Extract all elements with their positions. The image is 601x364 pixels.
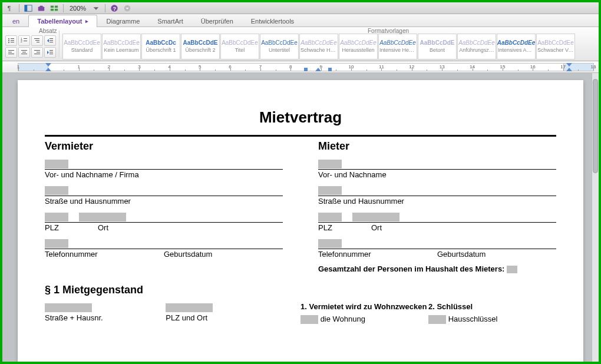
indent-marker-icon[interactable] xyxy=(566,63,572,67)
style-tile[interactable]: AaBbCcDdEeSchwache Her… xyxy=(299,34,338,59)
svg-text:?: ? xyxy=(113,5,116,11)
style-name: Schwache Her… xyxy=(300,47,337,53)
decrease-indent-button[interactable] xyxy=(44,35,56,46)
app-window: ¶ 200% ? en Tabellenlayout Diagramme Sma… xyxy=(2,2,599,362)
ribbon-group-label-formatvorlagen: Formatvorlagen xyxy=(368,28,409,34)
indent-marker-icon[interactable] xyxy=(566,68,572,71)
qat-sidebar-left-icon[interactable] xyxy=(23,4,34,13)
svg-rect-38 xyxy=(49,52,53,52)
svg-rect-22 xyxy=(34,38,39,39)
indent-marker-icon[interactable] xyxy=(45,68,51,71)
placeholder-field[interactable] xyxy=(300,315,318,324)
qat-gallery-icon[interactable] xyxy=(49,4,60,13)
placeholder-field[interactable] xyxy=(45,186,68,195)
placeholder-field[interactable] xyxy=(45,213,68,221)
qat-toolbox-icon[interactable] xyxy=(36,4,47,13)
placeholder-field[interactable] xyxy=(318,239,342,248)
tab-en[interactable]: en xyxy=(4,15,28,27)
label-rented-for: 1. Vermietet wird zu Wohnzwecken xyxy=(300,302,427,311)
style-sample: AaBbCcDdEe xyxy=(103,39,140,46)
label-street: Straße und Hausnummer xyxy=(45,197,131,206)
style-sample: AaBbCcDdEe xyxy=(537,39,574,46)
indent-marker-icon[interactable] xyxy=(315,68,321,71)
tab-diagramme[interactable]: Diagramme xyxy=(97,15,148,27)
style-name: Betont xyxy=(430,47,445,53)
qat-paragraph-marks-icon[interactable]: ¶ xyxy=(5,4,15,13)
vertical-scrollbar[interactable] xyxy=(592,73,599,362)
style-tile[interactable]: AaBbCcDdEeStandard xyxy=(62,34,101,59)
svg-rect-3 xyxy=(38,6,45,11)
svg-rect-36 xyxy=(34,54,40,54)
placeholder-field[interactable] xyxy=(45,239,68,248)
svg-rect-33 xyxy=(21,54,27,54)
tab-ueberpruefen[interactable]: Überprüfen xyxy=(192,15,242,27)
ribbon: Absatz Formatvorlagen 12 AaBbCcDdEeStand… xyxy=(2,27,599,61)
label-plz: PLZ xyxy=(45,223,98,232)
style-sample: AaBbCcDdEe xyxy=(340,39,377,46)
svg-rect-29 xyxy=(8,52,12,52)
style-tile[interactable]: AaBbCcDcÜberschrift 1 xyxy=(141,34,180,59)
help-icon[interactable]: ? xyxy=(109,4,120,13)
style-name: Herausstellen xyxy=(342,47,374,53)
style-sample: AaBbCcDc xyxy=(146,39,176,46)
placeholder-field[interactable] xyxy=(428,315,446,324)
tab-entwicklertools[interactable]: Entwicklertools xyxy=(242,15,303,27)
align-center-button[interactable] xyxy=(18,47,30,58)
svg-rect-32 xyxy=(22,52,26,52)
placeholder-field[interactable] xyxy=(45,160,68,168)
document-page[interactable]: Mietvertrag Vermieter Vor- und Nachname … xyxy=(18,80,583,362)
style-tile[interactable]: AaBbCcDdEeUntertitel xyxy=(260,34,299,59)
horizontal-ruler[interactable]: 1123456789101112131415161718 xyxy=(2,61,599,73)
zoom-dropdown-icon[interactable] xyxy=(91,4,101,13)
svg-rect-25 xyxy=(49,38,53,39)
qat-more-icon[interactable] xyxy=(122,4,133,13)
scrollbar-thumb[interactable] xyxy=(593,79,598,173)
style-tile[interactable]: AaBbCcDdEeTitel xyxy=(220,34,259,59)
svg-rect-15 xyxy=(11,40,14,41)
column-vermieter: Vermieter Vor- und Nachname / Firma Stra… xyxy=(45,140,283,273)
placeholder-field[interactable] xyxy=(79,213,126,221)
svg-rect-27 xyxy=(49,42,53,42)
ribbon-tabs: en Tabellenlayout Diagramme SmartArt Übe… xyxy=(2,14,599,27)
bullets-button[interactable] xyxy=(5,35,17,46)
placeholder-field[interactable] xyxy=(318,186,342,195)
svg-text:¶: ¶ xyxy=(8,4,11,11)
placeholder-field[interactable] xyxy=(318,160,342,168)
style-tile[interactable]: AaBbCcDdEBetont xyxy=(418,34,457,59)
style-tile[interactable]: AaBbCcDdEeIntensive Her… xyxy=(378,34,417,59)
placeholder-field[interactable] xyxy=(318,213,342,221)
style-name: Titel xyxy=(235,47,245,53)
indent-marker-icon[interactable] xyxy=(45,63,51,67)
style-tile[interactable]: AaBbCcDdEÜberschrift 2 xyxy=(181,34,220,59)
tab-smartart[interactable]: SmartArt xyxy=(148,15,191,27)
svg-text:2: 2 xyxy=(21,39,22,43)
style-tile[interactable]: AaBbCcDdEeKein Leerraum xyxy=(102,34,141,59)
svg-rect-34 xyxy=(34,50,40,51)
style-tile[interactable]: AaBbCcDdEeHerausstellen xyxy=(339,34,378,59)
tab-tabellenlayout[interactable]: Tabellenlayout xyxy=(28,15,97,27)
numbering-button[interactable]: 12 xyxy=(18,35,30,46)
align-left-button[interactable] xyxy=(5,47,17,58)
tab-stop-icon[interactable] xyxy=(328,68,332,71)
label-keys: Hausschlüssel xyxy=(448,315,498,323)
placeholder-field[interactable] xyxy=(352,213,399,221)
style-tile[interactable]: AaBbCcDdEeSchwacher Ve… xyxy=(536,34,575,59)
svg-rect-23 xyxy=(35,40,39,41)
placeholder-field[interactable] xyxy=(45,303,92,312)
svg-rect-21 xyxy=(24,41,27,41)
style-name: Standard xyxy=(71,47,93,53)
style-name: Überschrift 1 xyxy=(146,47,176,53)
svg-rect-24 xyxy=(37,42,39,42)
increase-indent-button[interactable] xyxy=(44,47,56,58)
multilevel-list-button[interactable] xyxy=(31,35,43,46)
separator xyxy=(19,4,19,12)
label-dob: Geburtsdatum xyxy=(164,250,283,259)
style-tile[interactable]: AaBbCcDdEeAnführungsz… xyxy=(457,34,496,59)
tab-stop-icon[interactable] xyxy=(304,68,308,71)
zoom-level[interactable]: 200% xyxy=(67,5,88,12)
placeholder-field[interactable] xyxy=(166,303,213,312)
placeholder-field[interactable] xyxy=(507,266,517,273)
align-right-button[interactable] xyxy=(31,47,43,58)
label-phone: Telefonnummer xyxy=(318,250,437,259)
style-tile[interactable]: AaBbCcDdEeIntensives An… xyxy=(497,34,536,59)
